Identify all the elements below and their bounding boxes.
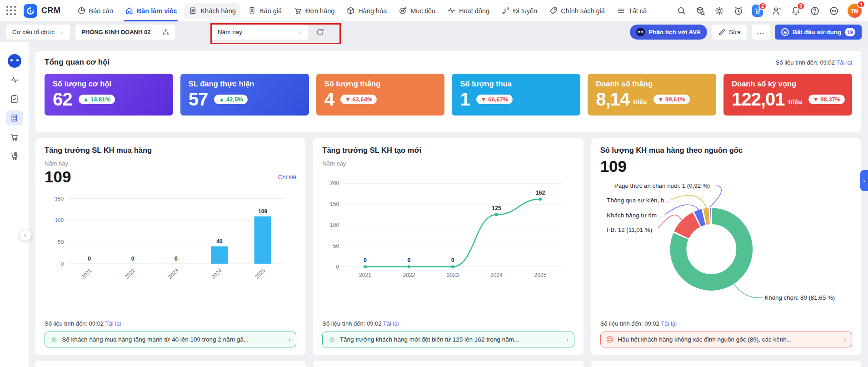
delta-badge: ▼ 66,67%: [476, 95, 513, 104]
crm-logo[interactable]: [24, 4, 37, 18]
opportunity-overview-section: Tổng quan cơ hội Số liệu tính đến: 09:02…: [35, 51, 861, 132]
charts-row: Tăng trưởng SL KH mua hàng Năm nay 109 C…: [35, 138, 861, 355]
department-input[interactable]: PHÒNG KINH DOANH 02: [75, 25, 175, 40]
chevron-right-icon: ›: [289, 336, 291, 343]
chevron-right-icon: ›: [844, 336, 846, 343]
cart-globe-icon: [10, 151, 19, 161]
svg-text:0: 0: [61, 261, 64, 266]
svg-text:109: 109: [258, 208, 268, 215]
kpi-card-expected-revenue: Doanh số kỳ vọng 122,01triệu▼ 98,37%: [723, 74, 852, 116]
svg-text:0: 0: [451, 257, 454, 263]
insight-banner[interactable]: ☺ Tăng trưởng khách hàng mới đột biến từ…: [322, 332, 574, 347]
reload-link[interactable]: Tải lại: [105, 320, 121, 327]
avatar-badge: 1: [857, 0, 865, 8]
nav-item-targets[interactable]: Mục tiêu: [394, 0, 440, 21]
nav-item-products[interactable]: Hàng hóa: [342, 0, 391, 21]
app-grid-icon[interactable]: [6, 6, 16, 16]
sidebar-item-ava[interactable]: [6, 53, 23, 68]
svg-text:40: 40: [216, 238, 223, 245]
nav-item-workspace[interactable]: Bàn làm việc: [120, 0, 182, 21]
kpi-card-in-progress: SL đang thực hiện 57▲ 42,5%: [180, 74, 309, 116]
more-options-icon[interactable]: [828, 5, 839, 16]
kpi-card-lost: Số lượng thua 1▼ 66,67%: [452, 74, 580, 116]
cart-icon: [294, 6, 302, 15]
product-search-icon[interactable]: [695, 5, 706, 16]
new-customer-growth-card: Tăng trưởng SL KH tạo mới Năm nay 200150…: [313, 138, 583, 355]
sidebar-item-ecommerce[interactable]: [6, 149, 23, 164]
reload-link[interactable]: Tải lại: [661, 320, 677, 327]
route-icon: [501, 6, 510, 15]
activity-pulse-icon: [10, 75, 20, 85]
svg-text:2021: 2021: [359, 272, 371, 278]
pos-cart-icon[interactable]: 2: [752, 5, 763, 16]
clipboard-check-icon: [10, 94, 19, 104]
add-user-icon[interactable]: [771, 5, 782, 16]
nav-item-activities[interactable]: Hoạt động: [443, 0, 494, 21]
user-avatar[interactable]: TM 1: [848, 4, 862, 18]
next-card-peek: [35, 361, 305, 367]
insight-banner[interactable]: ☹ Hầu hết khách hàng không xác định nguồ…: [600, 332, 852, 347]
start-button-badge: 19: [845, 28, 855, 36]
toolbar-actions: Phân tích với AVA Sửa ... ◉ Bắt đầu sử d…: [630, 25, 862, 40]
cart-badge: 2: [758, 2, 767, 10]
org-structure-select[interactable]: Cơ cấu tổ chức ⌄: [6, 25, 70, 40]
kpi-card-won: Số lượng thắng 4▼ 63,64%: [316, 74, 445, 116]
chart-period: Năm nay: [45, 160, 296, 167]
sidebar-item-activity[interactable]: [6, 72, 23, 87]
detail-link[interactable]: Chi tiết: [278, 174, 296, 181]
delta-badge: ▼ 63,64%: [340, 95, 377, 104]
svg-text:2024: 2024: [210, 267, 223, 280]
nav-item-reports[interactable]: Báo cáo: [73, 0, 118, 21]
top-nav-actions: 2 9 TM 1: [676, 4, 862, 18]
chart-period: Năm nay: [322, 160, 574, 167]
updated-text: Số liệu tính đến: 09:02 Tải lại: [45, 320, 296, 327]
nav-item-orders[interactable]: Đơn hàng: [289, 0, 339, 21]
delta-badge: ▲ 14,81%: [79, 95, 115, 104]
help-icon[interactable]: [809, 5, 820, 16]
filter-toolbar: Cơ cấu tổ chức ⌄ PHÒNG KINH DOANH 02 Năm…: [0, 22, 868, 42]
more-actions-button[interactable]: ...: [752, 25, 770, 40]
reload-link[interactable]: Tải lại: [836, 59, 852, 66]
right-panel-toggle[interactable]: ›: [860, 170, 868, 191]
edit-button[interactable]: Sửa: [712, 25, 747, 40]
sidebar-item-tasks[interactable]: [6, 91, 23, 106]
nav-item-customers[interactable]: Khách hàng: [184, 3, 240, 19]
org-chart-icon: [162, 28, 170, 36]
svg-text:50: 50: [333, 243, 339, 249]
svg-text:0: 0: [88, 256, 91, 262]
nav-item-all[interactable]: Tất cả: [612, 0, 651, 21]
next-card-peek: [313, 361, 583, 367]
sidebar-expand-button[interactable]: ›: [19, 229, 31, 241]
sidebar-item-orders[interactable]: [6, 130, 23, 145]
svg-text:0: 0: [131, 256, 135, 262]
nav-item-quotes[interactable]: Báo giá: [243, 0, 286, 21]
insight-banner[interactable]: ☺ Số khách hàng mua hàng tăng mạnh từ 40…: [45, 332, 296, 347]
delta-badge: ▼ 99,61%: [653, 95, 690, 104]
leader-line: [709, 186, 721, 207]
svg-text:2022: 2022: [403, 272, 415, 278]
building-icon: [189, 6, 197, 15]
svg-text:0: 0: [408, 257, 411, 263]
start-using-button[interactable]: ◉ Bắt đầu sử dụng 19: [775, 25, 862, 40]
settings-gear-icon[interactable]: [714, 5, 725, 16]
dashboard-main: Tổng quan cơ hội Số liệu tính đến: 09:02…: [29, 42, 868, 367]
chevron-down-icon: ⌄: [298, 29, 302, 35]
notification-bell-icon[interactable]: 9: [790, 5, 801, 16]
chart-title: Số lượng KH mua hàng theo nguồn gốc: [600, 146, 852, 155]
period-select[interactable]: Năm nay ⌄: [212, 25, 308, 40]
nav-item-routes[interactable]: Đi tuyến: [497, 0, 542, 21]
nav-item-price-policy[interactable]: Chính sách giá: [544, 0, 609, 21]
reload-link[interactable]: Tải lại: [383, 320, 399, 327]
alarm-clock-icon[interactable]: [733, 5, 744, 16]
refresh-button[interactable]: [313, 25, 327, 40]
sidebar-item-company[interactable]: [6, 111, 23, 126]
brand-title: CRM: [41, 6, 61, 15]
donut-chart: Page thức ăn chăn nuôi: 1 (0,92 %) Thông…: [600, 178, 852, 313]
analyze-with-ava-button[interactable]: Phân tích với AVA: [630, 25, 707, 40]
leader-line: [733, 284, 763, 298]
compass-icon: ◉: [781, 28, 789, 36]
search-icon[interactable]: [676, 5, 687, 16]
donut-label-fb: FB: 12 (11,01 %): [607, 226, 652, 233]
next-card-peek: [591, 361, 861, 367]
svg-text:0: 0: [364, 257, 367, 263]
